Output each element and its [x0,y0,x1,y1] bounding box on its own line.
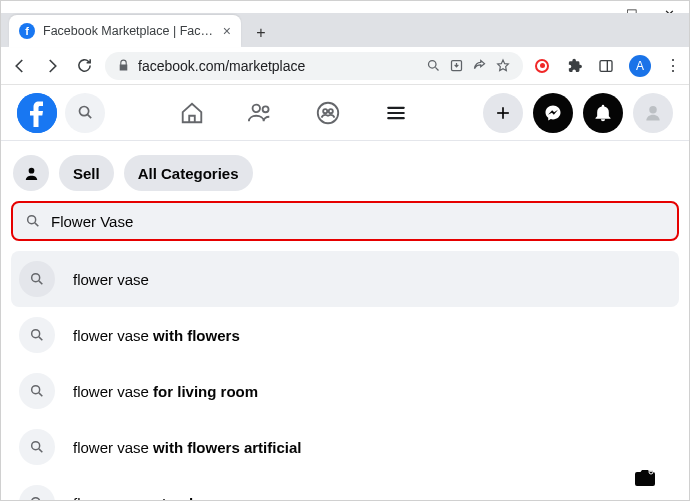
suggestion-prefix: flower vase [73,383,153,400]
svg-point-9 [329,109,333,113]
suggestion-bold: with flowers artificial [153,439,301,456]
profile-avatar-button[interactable]: A [629,55,651,77]
suggestion-bold: stand [153,495,193,502]
share-icon[interactable] [472,58,487,73]
search-field[interactable] [51,213,665,230]
svg-rect-2 [600,60,612,71]
lock-icon [117,59,130,72]
svg-point-4 [79,106,88,115]
url-text: facebook.com/marketplace [138,58,418,74]
facebook-favicon-icon: f [19,23,35,39]
search-icon [19,317,55,353]
svg-point-5 [253,104,260,111]
sell-button[interactable]: Sell [59,155,114,191]
facebook-nav-tabs [178,99,410,127]
account-avatar-button[interactable] [633,93,673,133]
marketplace-filters: Sell All Categories [1,141,689,201]
camera-fab-button[interactable] [623,460,667,490]
svg-point-15 [32,386,40,394]
tab-title: Facebook Marketplace | Facebook [43,24,215,38]
facebook-search-button[interactable] [65,93,105,133]
suggestion-prefix: flower vase [73,271,149,288]
search-icon [19,429,55,465]
svg-point-7 [318,102,338,122]
suggestion-prefix: flower vase [73,327,153,344]
svg-point-13 [32,274,40,282]
extension-icons: A ⋮ [533,55,681,77]
suggestion-item[interactable]: flower vase stand [11,475,679,501]
search-icon [19,485,55,501]
svg-point-11 [28,167,34,173]
svg-point-6 [263,106,269,112]
suggestion-item[interactable]: flower vase [11,251,679,307]
tab-strip: f Facebook Marketplace | Facebook × + [1,13,689,47]
svg-point-8 [323,109,327,113]
record-icon[interactable] [533,57,551,75]
friends-tab-icon[interactable] [246,99,274,127]
back-button[interactable] [9,55,31,77]
menu-hamburger-icon[interactable] [382,99,410,127]
home-tab-icon[interactable] [178,99,206,127]
install-app-icon[interactable] [449,58,464,73]
browser-tab[interactable]: f Facebook Marketplace | Facebook × [9,15,241,47]
marketplace-search-input[interactable] [11,201,679,241]
facebook-logo-icon[interactable] [17,93,57,133]
address-bar[interactable]: facebook.com/marketplace [105,52,523,80]
suggestion-prefix: flower vase [73,439,153,456]
search-icon [25,213,41,229]
facebook-header [1,85,689,141]
svg-point-12 [28,216,36,224]
suggestion-item[interactable]: flower vase with flowers [11,307,679,363]
groups-tab-icon[interactable] [314,99,342,127]
search-icon [19,373,55,409]
create-plus-button[interactable] [483,93,523,133]
messenger-button[interactable] [533,93,573,133]
svg-point-14 [32,330,40,338]
svg-point-10 [649,105,657,113]
notifications-button[interactable] [583,93,623,133]
all-categories-button[interactable]: All Categories [124,155,253,191]
forward-button[interactable] [41,55,63,77]
new-tab-button[interactable]: + [247,19,275,47]
bookmark-star-icon[interactable] [495,58,511,74]
svg-point-0 [429,61,437,69]
suggestion-bold: for living room [153,383,258,400]
search-in-page-icon[interactable] [426,58,441,73]
chrome-menu-icon[interactable]: ⋮ [665,56,681,75]
search-icon [19,261,55,297]
side-panel-icon[interactable] [597,57,615,75]
suggestion-item[interactable]: flower vase for living room [11,363,679,419]
profile-filter-button[interactable] [13,155,49,191]
svg-point-16 [32,442,40,450]
suggestion-item[interactable]: flower vase with flowers artificial [11,419,679,475]
reload-button[interactable] [73,55,95,77]
search-suggestions: flower vase flower vase with flowers flo… [1,241,689,501]
extensions-puzzle-icon[interactable] [565,57,583,75]
address-bar-row: facebook.com/marketplace A ⋮ [1,47,689,85]
suggestion-prefix: flower vase [73,495,153,502]
tab-close-icon[interactable]: × [223,23,231,39]
suggestion-bold: with flowers [153,327,240,344]
